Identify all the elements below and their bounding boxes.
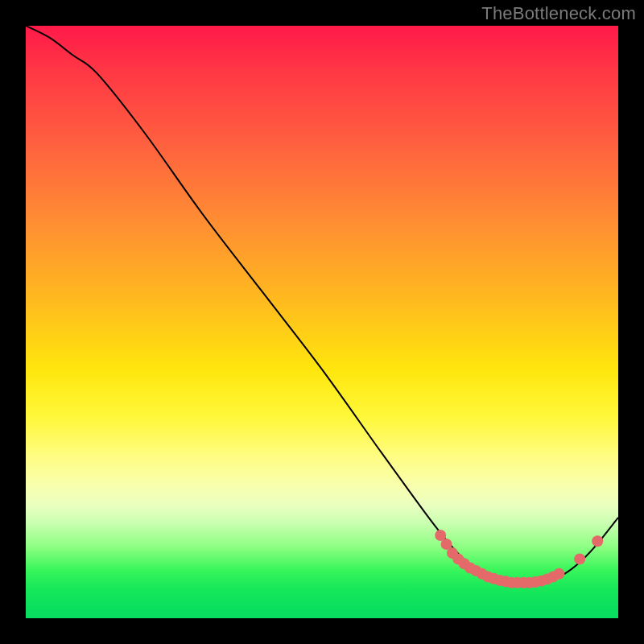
chart-svg — [26, 26, 618, 618]
curve-path-group — [26, 26, 618, 584]
plot-area — [26, 26, 618, 618]
marker-dots-group — [435, 530, 603, 588]
marker-dot — [553, 568, 564, 580]
marker-dot — [592, 535, 603, 547]
watermark-text: TheBottleneck.com — [481, 3, 636, 24]
main-curve-line — [26, 26, 618, 584]
chart-frame: TheBottleneck.com — [0, 0, 644, 644]
marker-dot — [574, 553, 585, 564]
